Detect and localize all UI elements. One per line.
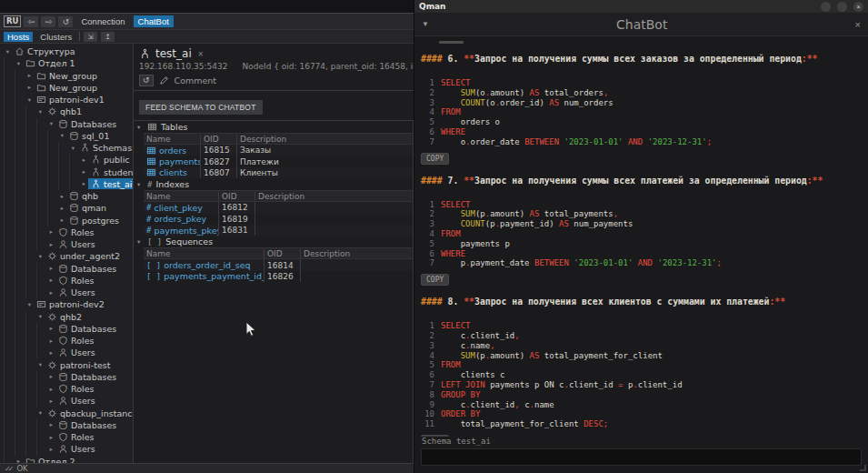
section-header-indexes[interactable]: ▾#Indexes <box>134 178 413 190</box>
expander-icon[interactable]: ▸ <box>47 277 55 284</box>
minimize-button[interactable] <box>821 2 831 12</box>
table-row[interactable]: [ ]payments_payment_id_seq16826 <box>144 271 413 282</box>
chevron-down-icon[interactable]: ▼ <box>422 20 429 28</box>
expander-icon[interactable]: ▾ <box>36 253 45 260</box>
expander-icon[interactable]: ▾ <box>25 96 34 104</box>
expander-icon[interactable]: ▸ <box>47 289 55 297</box>
tree-item-postgres[interactable]: ▸postgres <box>4 215 133 226</box>
schema-tab-close-button[interactable]: × <box>196 49 205 59</box>
expander-icon[interactable]: ▸ <box>58 216 66 224</box>
tree-item-sql-01[interactable]: ▾sql_01 <box>4 130 133 142</box>
tree-item-roles[interactable]: ▸Roles <box>4 383 133 395</box>
section-header-sequences[interactable]: ▾[ ]Sequences <box>134 236 413 247</box>
tree-item-databases[interactable]: ▾Databases <box>4 118 133 130</box>
tree-item-roles[interactable]: ▸Roles <box>4 226 133 238</box>
tree-item-структура[interactable]: ▾Структура <box>4 45 133 57</box>
tree-item-patroni-test[interactable]: ▾patroni-test <box>4 359 133 371</box>
tab-clusters[interactable]: Clusters <box>36 32 75 42</box>
expander-icon[interactable]: ▸ <box>47 421 55 428</box>
tree-item-databases[interactable]: ▸Databases <box>4 323 133 335</box>
expander-icon[interactable]: ▸ <box>58 205 66 212</box>
tree-item-users[interactable]: ▸Users <box>4 443 133 455</box>
expander-icon[interactable]: ▸ <box>47 398 55 405</box>
expand-top-button[interactable]: ↥ <box>101 32 115 42</box>
copy-button[interactable]: COPY <box>421 153 449 165</box>
maximize-button[interactable] <box>837 2 847 12</box>
resize-grip[interactable] <box>860 465 866 471</box>
window-close-button[interactable]: × <box>853 2 863 12</box>
table-row[interactable]: payments16827Платежи <box>144 156 413 166</box>
tree-item-test-ai[interactable]: ▸test_ai <box>4 178 133 190</box>
tree-item-qman[interactable]: ▸qman <box>4 202 133 214</box>
forward-button[interactable]: ⇨ <box>41 16 55 27</box>
tree-item-users[interactable]: ▸Users <box>4 395 133 407</box>
scrollbar-thumb[interactable] <box>439 41 464 44</box>
copy-button[interactable]: COPY <box>421 274 449 286</box>
expander-icon[interactable]: ▸ <box>47 373 55 380</box>
tree-item-отдел-1[interactable]: ▾Отдел 1 <box>4 57 133 69</box>
table-row[interactable]: #orders_pkey16819 <box>144 214 413 225</box>
language-button[interactable]: RU <box>4 15 21 27</box>
tree-item-schemas[interactable]: ▾Schemas <box>4 142 133 154</box>
expander-icon[interactable]: ▾ <box>15 60 23 67</box>
expander-icon[interactable]: ▾ <box>36 361 45 368</box>
chatbot-window-titlebar[interactable]: Qman × <box>414 0 868 13</box>
tree-item-qhb1[interactable]: ▾qhb1 <box>4 106 133 117</box>
expander-icon[interactable]: ▸ <box>80 168 88 176</box>
comment-label[interactable]: Comment <box>175 75 217 86</box>
tab-hosts[interactable]: Hosts <box>4 32 33 42</box>
tree-item-qhb[interactable]: ▸qhb <box>4 190 133 202</box>
expander-icon[interactable]: ▾ <box>69 145 77 152</box>
expander-icon[interactable]: ▸ <box>47 325 55 332</box>
expander-icon[interactable]: ▾ <box>25 301 34 308</box>
section-header-tables[interactable]: ▾Tables <box>134 121 413 133</box>
tree-item-отдел-2[interactable]: ▸Отдел 2 <box>4 456 133 464</box>
expander-icon[interactable]: ▸ <box>47 434 55 441</box>
tree-item-roles[interactable]: ▸Roles <box>4 431 133 443</box>
expander-icon[interactable]: ▸ <box>47 446 55 453</box>
tree-item-users[interactable]: ▸Users <box>4 238 133 250</box>
tree-item-new-group[interactable]: ▸New_group <box>4 82 133 94</box>
tree-item-qhb2[interactable]: ▾qhb2 <box>4 311 133 323</box>
expander-icon[interactable]: ▸ <box>47 265 55 272</box>
tree-item-under-agent2[interactable]: ▾under_agent2 <box>4 250 133 262</box>
expander-icon[interactable]: ▸ <box>80 180 88 187</box>
tree-item-databases[interactable]: ▸Databases <box>4 371 133 383</box>
chat-message-input[interactable] <box>421 448 862 466</box>
collapse-all-button[interactable]: ⇲ <box>84 32 97 42</box>
tree-item-databases[interactable]: ▸Databases <box>4 419 133 431</box>
expander-icon[interactable]: ▾ <box>58 132 66 139</box>
panel-close-icon[interactable]: × <box>855 19 861 30</box>
table-row[interactable]: [ ]orders_order_id_seq16814 <box>144 259 413 270</box>
refresh-button[interactable]: ↺ <box>58 16 73 27</box>
expander-icon[interactable]: ▾ <box>36 313 45 320</box>
tree-item-users[interactable]: ▸Users <box>4 347 133 358</box>
expander-icon[interactable]: ▸ <box>25 72 34 79</box>
tree-item-public[interactable]: ▸public <box>4 154 133 166</box>
expander-icon[interactable]: ▸ <box>47 386 55 393</box>
expander-icon[interactable]: ▾ <box>47 120 55 127</box>
tree-item-patroni-dev1[interactable]: ▾patroni-dev1 <box>4 94 133 106</box>
tree-item-roles[interactable]: ▸Roles <box>4 335 133 347</box>
expander-icon[interactable]: ▸ <box>47 241 55 248</box>
tab-chatbot[interactable]: ChatBot <box>134 15 174 27</box>
expander-icon[interactable]: ▸ <box>47 349 55 357</box>
expander-icon[interactable]: ▸ <box>58 193 66 200</box>
expander-icon[interactable]: ▸ <box>47 228 55 236</box>
tree-item-users[interactable]: ▸Users <box>4 287 133 298</box>
pencil-icon[interactable] <box>159 75 169 86</box>
expander-icon[interactable]: ▸ <box>80 156 88 164</box>
tree-item-roles[interactable]: ▸Roles <box>4 275 133 287</box>
tree-item-patroni-dev2[interactable]: ▾patroni-dev2 <box>4 298 133 310</box>
tree-item-student-01[interactable]: ▸student_01 <box>4 166 133 178</box>
expander-icon[interactable]: ▸ <box>25 84 34 91</box>
expander-icon[interactable]: ▸ <box>47 337 55 345</box>
feed-schema-button[interactable]: FEED SCHEMA TO CHATBOT <box>139 100 263 115</box>
expander-icon[interactable]: ▾ <box>4 48 12 55</box>
tree-item-new-group[interactable]: ▸New_group <box>4 70 133 82</box>
expander-icon[interactable]: ▾ <box>36 409 45 417</box>
table-row[interactable]: clients16807Клиенты <box>144 167 413 178</box>
expander-icon[interactable]: ▾ <box>36 108 45 116</box>
tree-item-databases[interactable]: ▸Databases <box>4 263 133 275</box>
schema-refresh-button[interactable]: ↺ <box>139 75 154 86</box>
